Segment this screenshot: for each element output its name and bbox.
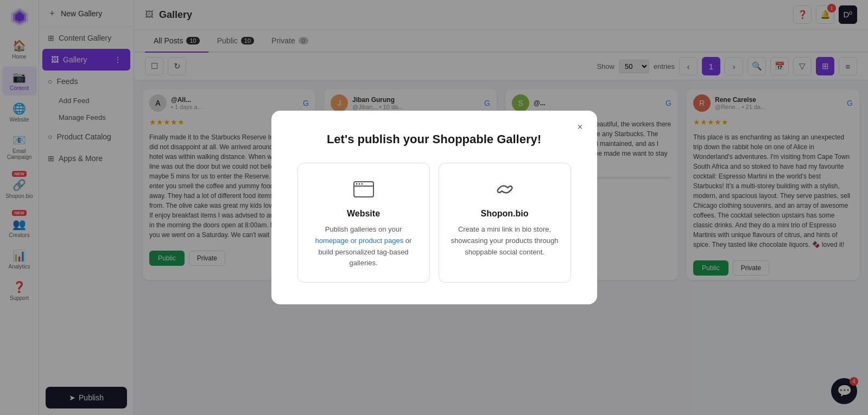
modal-close-button[interactable]: × xyxy=(572,119,588,136)
shopon-option-icon xyxy=(450,176,560,202)
website-option-title: Website xyxy=(309,209,419,219)
modal-option-shopon[interactable]: Shopon.bio Create a mini link in bio sto… xyxy=(439,163,571,283)
modal-title: Let's publish your Shoppable Gallery! xyxy=(297,132,571,146)
close-icon: × xyxy=(577,122,583,132)
modal-options: Website Publish galleries on your homepa… xyxy=(297,163,571,283)
shopon-option-title: Shopon.bio xyxy=(450,209,560,219)
website-option-desc: Publish galleries on your homepage or pr… xyxy=(309,224,419,269)
publish-modal: × Let's publish your Shoppable Gallery! … xyxy=(271,111,597,304)
website-option-icon xyxy=(309,176,419,202)
svg-point-6 xyxy=(358,183,360,184)
shopon-option-desc: Create a mini link in bio store, showcas… xyxy=(450,224,560,258)
modal-overlay[interactable]: × Let's publish your Shoppable Gallery! … xyxy=(0,0,868,415)
modal-option-website[interactable]: Website Publish galleries on your homepa… xyxy=(297,163,430,283)
svg-point-7 xyxy=(361,183,363,184)
svg-point-5 xyxy=(356,183,357,184)
